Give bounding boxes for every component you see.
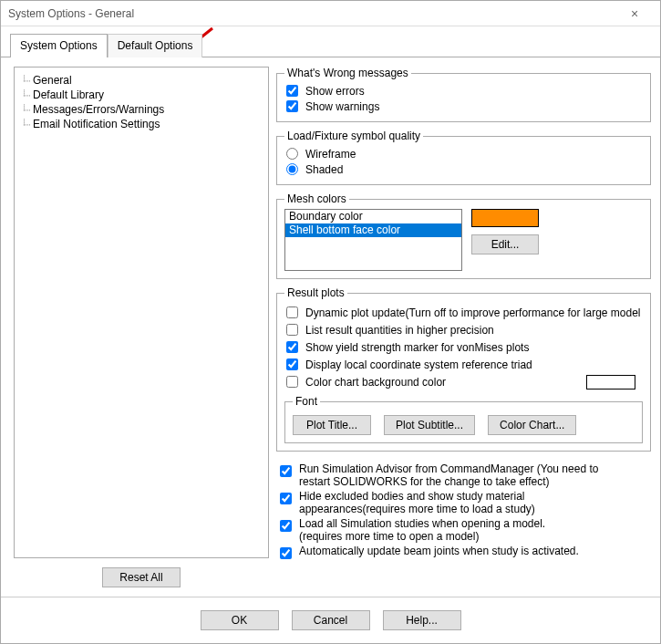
- plot-subtitle-button[interactable]: Plot Subtitle...: [384, 415, 475, 435]
- close-icon[interactable]: ×: [616, 6, 653, 21]
- group-result-plots: Result plots Dynamic plot update(Turn of…: [276, 286, 651, 452]
- settings-panel: What's Wrong messages Show errors Show w…: [276, 67, 651, 587]
- legend-mesh: Mesh colors: [284, 192, 349, 205]
- checkbox-dynamic-plot[interactable]: [286, 306, 298, 318]
- label-triad: Display local coordinate system referenc…: [305, 358, 532, 371]
- checkbox-hide-excluded[interactable]: [280, 493, 292, 504]
- color-chart-button[interactable]: Color Chart...: [488, 415, 576, 435]
- group-whats-wrong: What's Wrong messages Show errors Show w…: [276, 67, 651, 122]
- legend-load-fixture: Load/Fixture symbol quality: [284, 130, 423, 142]
- checkbox-show-errors[interactable]: [286, 85, 298, 97]
- plot-title-button[interactable]: Plot Title...: [293, 415, 371, 435]
- checkbox-list-precision[interactable]: [286, 324, 298, 336]
- window-title: System Options - General: [8, 7, 616, 20]
- group-font: Font Plot Title... Plot Subtitle... Colo…: [284, 395, 643, 443]
- checkbox-yield-marker[interactable]: [286, 341, 298, 353]
- radio-wireframe[interactable]: [286, 148, 298, 160]
- label-shaded: Shaded: [305, 163, 343, 176]
- bgcolor-swatch[interactable]: [586, 375, 635, 390]
- tree-item-messages[interactable]: Messages/Errors/Warnings: [22, 102, 261, 117]
- tab-default-options[interactable]: Default Options: [108, 34, 203, 57]
- label-bgcolor: Color chart background color: [305, 376, 446, 389]
- tree-item-default-library[interactable]: Default Library: [22, 88, 261, 102]
- cancel-button[interactable]: Cancel: [292, 610, 370, 630]
- dialog-window: System Options - General × System Option…: [0, 0, 661, 644]
- label-show-errors: Show errors: [305, 85, 365, 98]
- label-list-precision: List result quantities in higher precisi…: [305, 324, 494, 337]
- nav-tree: General Default Library Messages/Errors/…: [14, 67, 269, 558]
- checkbox-bgcolor[interactable]: [286, 376, 298, 388]
- legend-font: Font: [293, 395, 320, 408]
- misc-checks: Run Simulation Advisor from CommandManag…: [276, 459, 651, 565]
- list-item[interactable]: Boundary color: [285, 210, 461, 223]
- legend-result-plots: Result plots: [284, 286, 347, 299]
- label-wireframe: Wireframe: [305, 148, 356, 161]
- label-show-warnings: Show warnings: [305, 100, 379, 113]
- checkbox-auto-beam[interactable]: [280, 547, 292, 559]
- reset-all-button[interactable]: Reset All: [102, 567, 181, 587]
- mesh-color-listbox[interactable]: Boundary color Shell bottom face color: [284, 209, 462, 271]
- radio-shaded[interactable]: [286, 163, 298, 175]
- checkbox-show-warnings[interactable]: [286, 100, 298, 112]
- group-load-fixture: Load/Fixture symbol quality Wireframe Sh…: [276, 130, 651, 185]
- label-auto-beam: Automatically update beam joints when st…: [299, 545, 579, 557]
- list-item[interactable]: Shell bottom face color: [285, 223, 461, 237]
- tree-item-email[interactable]: Email Notification Settings: [22, 117, 261, 131]
- titlebar: System Options - General ×: [1, 1, 660, 26]
- label-hide-excluded: Hide excluded bodies and show study mate…: [299, 490, 600, 515]
- checkbox-run-advisor[interactable]: [280, 465, 292, 477]
- ok-button[interactable]: OK: [201, 610, 279, 630]
- tabstrip: System Options Default Options: [1, 26, 660, 57]
- label-yield-marker: Show yield strength marker for vonMises …: [305, 341, 529, 354]
- mesh-color-swatch[interactable]: [471, 209, 539, 227]
- help-button[interactable]: Help...: [383, 610, 461, 630]
- tab-system-options[interactable]: System Options: [10, 34, 108, 57]
- dialog-buttons: OK Cancel Help...: [1, 597, 660, 643]
- label-dynamic-plot: Dynamic plot update(Turn off to improve …: [305, 306, 641, 319]
- edit-color-button[interactable]: Edit...: [471, 234, 539, 254]
- checkbox-triad[interactable]: [286, 358, 298, 370]
- left-column: General Default Library Messages/Errors/…: [14, 67, 269, 587]
- tree-item-general[interactable]: General: [22, 73, 261, 88]
- checkbox-load-all[interactable]: [280, 520, 292, 532]
- legend-whats-wrong: What's Wrong messages: [284, 67, 411, 79]
- group-mesh-colors: Mesh colors Boundary color Shell bottom …: [276, 192, 651, 279]
- label-run-advisor: Run Simulation Advisor from CommandManag…: [299, 462, 600, 488]
- label-load-all: Load all Simulation studies when opening…: [299, 517, 545, 543]
